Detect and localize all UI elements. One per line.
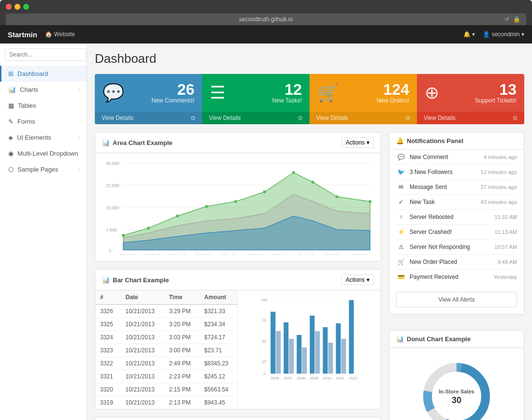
notification-item: 💳 Payment Received Yesterday — [396, 270, 517, 284]
table-row: 332410/21/20133:03 PM$724.17 — [95, 331, 237, 344]
chevron-right-icon: › — [78, 135, 80, 140]
svg-text:2012-03: 2012-03 — [325, 253, 340, 255]
comments-label: New Comments! — [151, 97, 194, 104]
pages-icon: ⬡ — [8, 166, 14, 173]
chevron-down-icon: ▾ — [367, 139, 369, 146]
notification-item: ↑ Server Rebooted 11:32 AM — [396, 210, 517, 225]
notif-time: 11:32 AM — [495, 214, 517, 220]
table-row: 332510/21/20133:20 PM$234.34 — [95, 318, 237, 331]
col-time: Time — [164, 290, 200, 304]
svg-point-15 — [176, 215, 179, 217]
svg-point-19 — [292, 171, 295, 174]
minimize-dot — [15, 4, 20, 10]
bar-chart-panel: 📊Bar Chart Example Actions ▾ — [95, 269, 381, 409]
svg-text:2011-03: 2011-03 — [221, 253, 237, 255]
top-navbar: Startmin 🏠 Website 🔔 ▾ 👤 secondmin ▾ — [0, 25, 532, 43]
tickets-count: 13 — [475, 82, 517, 97]
notification-item: ✓ New Task 43 minutes ago — [396, 195, 517, 210]
col-amount: Amount — [199, 290, 237, 304]
svg-point-20 — [311, 181, 314, 184]
bar-chart-svg: 100 75 50 25 0 — [243, 295, 376, 382]
svg-rect-49 — [310, 316, 315, 374]
orders-footer[interactable]: View Details ⊙ — [310, 112, 417, 124]
svg-text:2010-03: 2010-03 — [119, 253, 135, 255]
notif-text: Payment Received — [410, 274, 458, 280]
notif-time: Yesterday — [493, 274, 517, 280]
notification-item: 🐦 3 New Followers 12 minutes ago — [396, 165, 517, 180]
svg-rect-46 — [289, 339, 294, 374]
sidebar-item-sample-pages[interactable]: ⬡ Sample Pages › — [0, 161, 87, 177]
tickets-footer[interactable]: View Details ⊙ — [417, 112, 524, 124]
stat-card-comments: 💬 26 New Comments! View Details ⊙ — [95, 74, 202, 124]
notif-text: 3 New Followers — [410, 169, 453, 175]
svg-rect-47 — [297, 335, 302, 374]
browser-controls: ↺ 🔒 — [504, 16, 520, 23]
maximize-dot — [23, 4, 29, 10]
arrow-right-icon: ⊙ — [191, 115, 195, 121]
svg-text:2010-06: 2010-06 — [145, 253, 161, 255]
chevron-right-icon: › — [78, 167, 80, 172]
notifications-panel: 🔔Notifications Panel 💬 New Comment 4 min… — [389, 132, 524, 315]
data-table: # Date Time Amount 332610/21/20133:29 PM… — [95, 290, 237, 409]
search-input[interactable] — [5, 48, 86, 61]
notification-item: 💬 New Comment 4 minutes ago — [396, 150, 517, 165]
donut-chart-icon: 📊 — [396, 335, 404, 343]
arrow-right-icon: ⊙ — [513, 115, 517, 121]
bell-icon[interactable]: 🔔 ▾ — [463, 31, 475, 38]
notification-item: 🛒 New Order Placed 9:49 AM — [396, 255, 517, 270]
user-menu[interactable]: 👤 secondmin ▾ — [483, 31, 524, 38]
sidebar-item-tables[interactable]: ▦ Tables — [0, 98, 87, 114]
sidebar-item-label: Sample Pages — [17, 166, 59, 173]
stat-card-tasks: ☰ 12 New Tasks! View Details ⊙ — [202, 74, 310, 124]
notification-item: ⚠ Server Not Responding 10:57 AM — [396, 240, 517, 255]
svg-text:2012: 2012 — [349, 376, 358, 380]
svg-text:0: 0 — [109, 248, 111, 253]
notif-content: ✉ Message Sent — [396, 184, 447, 190]
dashboard-icon: ⊞ — [8, 70, 14, 77]
svg-text:75: 75 — [262, 319, 266, 323]
notif-type-icon: ↑ — [396, 214, 406, 220]
table-row: 332310/21/20133:00 PM$23.71 — [95, 344, 237, 357]
website-link[interactable]: 🏠 Website — [45, 31, 75, 38]
reload-icon[interactable]: ↺ — [504, 16, 509, 23]
page-title: Dashboard — [95, 51, 524, 66]
bar-chart-icon: 📊 — [102, 276, 110, 284]
donut-chart-svg: In-Store Sales 30 — [418, 358, 495, 420]
sidebar-item-dashboard[interactable]: ⊞ Dashboard — [0, 66, 87, 82]
area-chart-actions-button[interactable]: Actions ▾ — [341, 137, 374, 148]
bar-chart-actions-button[interactable]: Actions ▾ — [341, 275, 374, 285]
chevron-right-icon: › — [78, 87, 80, 92]
charts-icon: 📊 — [8, 86, 16, 93]
sidebar-item-multilevel[interactable]: ◉ Multi-Level Dropdown — [0, 145, 87, 161]
svg-rect-45 — [284, 322, 289, 374]
svg-text:100: 100 — [261, 298, 268, 302]
notif-time: 9:49 AM — [498, 259, 517, 265]
svg-rect-51 — [323, 327, 328, 374]
svg-text:2008: 2008 — [297, 376, 306, 380]
table-row: 332610/21/20133:29 PM$321.33 — [95, 304, 237, 318]
svg-rect-44 — [276, 331, 281, 374]
brand-label[interactable]: Startmin — [8, 30, 37, 39]
notification-item: ✉ Message Sent 27 minutes ago — [396, 180, 517, 195]
svg-point-18 — [263, 190, 266, 193]
sidebar-search: 🔍 — [0, 43, 87, 66]
col-date: Date — [121, 290, 164, 304]
area-chart-panel: 📊Area Chart Example Actions ▾ 30,000 — [95, 132, 381, 261]
timeline-panel: ⊙Responsive Timeline Lorem ipsum dolor 🕐… — [95, 417, 381, 420]
comments-footer[interactable]: View Details ⊙ — [95, 112, 202, 124]
view-all-alerts-button[interactable]: View All Alerts — [396, 292, 517, 307]
sidebar-item-charts[interactable]: 📊 Charts › — [0, 82, 87, 98]
lock-icon: 🔒 — [513, 16, 520, 23]
sidebar-item-forms[interactable]: ✎ Forms — [0, 114, 87, 130]
notif-type-icon: ⚠ — [396, 244, 406, 250]
svg-point-16 — [205, 205, 208, 208]
notif-text: Message Sent — [410, 184, 447, 190]
orders-icon: 🛒 — [317, 83, 339, 103]
stat-card-orders: 🛒 124 New Orders! View Details ⊙ — [310, 74, 417, 124]
tasks-footer[interactable]: View Details ⊙ — [202, 112, 310, 124]
table-row: 331910/21/20132:13 PM$943.45 — [95, 396, 237, 409]
right-panel: 🔔Notifications Panel 💬 New Comment 4 min… — [389, 132, 524, 420]
notif-content: ↑ Server Rebooted — [396, 214, 454, 220]
sidebar-item-label: Tables — [18, 102, 36, 109]
sidebar-item-ui-elements[interactable]: ◈ UI Elements › — [0, 130, 87, 145]
